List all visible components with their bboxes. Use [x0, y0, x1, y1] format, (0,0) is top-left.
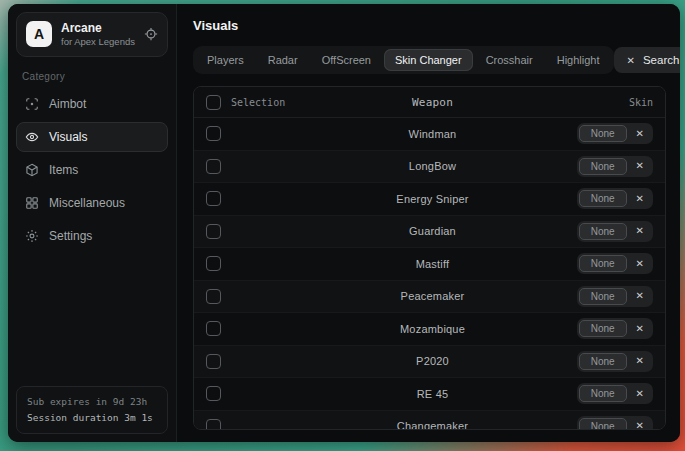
sidebar-item-visuals[interactable]: Visuals — [16, 122, 168, 152]
weapon-name: Mastiff — [324, 258, 541, 270]
skin-value[interactable]: None — [579, 158, 627, 175]
skin-value[interactable]: None — [579, 353, 627, 370]
skin-value[interactable]: None — [579, 385, 627, 402]
sub-expiry-text: Sub expires in 9d 23h — [27, 394, 157, 410]
skin-selector[interactable]: None ✕ — [577, 383, 653, 404]
sidebar-item-aimbot[interactable]: Aimbot — [16, 89, 168, 119]
tab-bar: Players Radar OffScreen Skin Changer Cro… — [193, 46, 614, 74]
skin-value[interactable]: None — [579, 418, 627, 430]
weapon-name: Guardian — [324, 225, 541, 237]
tab-skin-changer[interactable]: Skin Changer — [384, 49, 473, 71]
row-checkbox[interactable] — [206, 126, 221, 141]
skin-value[interactable]: None — [579, 125, 627, 142]
cube-icon — [25, 163, 39, 177]
row-checkbox[interactable] — [206, 159, 221, 174]
table-row: Energy Sniper None ✕ — [194, 183, 665, 216]
skin-table: Selection Weapon Skin Windman None ✕ Lon… — [193, 86, 666, 430]
desktop-background: A Arcane for Apex Legends Category — [0, 0, 685, 451]
gear-icon — [25, 229, 39, 243]
clear-skin-icon[interactable]: ✕ — [636, 421, 644, 430]
clear-skin-icon[interactable]: ✕ — [636, 389, 644, 399]
target-icon[interactable] — [144, 27, 158, 41]
clear-skin-icon[interactable]: ✕ — [636, 129, 644, 139]
session-info: Sub expires in 9d 23h Session duration 3… — [16, 386, 168, 434]
sidebar: A Arcane for Apex Legends Category — [8, 4, 177, 442]
crosshair-icon — [25, 97, 39, 111]
table-row: Changemaker None ✕ — [194, 411, 665, 431]
table-row: Guardian None ✕ — [194, 216, 665, 249]
weapon-name: Peacemaker — [324, 290, 541, 302]
eye-icon — [25, 130, 39, 144]
app-window: A Arcane for Apex Legends Category — [8, 4, 680, 442]
skin-selector[interactable]: None ✕ — [577, 286, 653, 307]
table-row: P2020 None ✕ — [194, 346, 665, 379]
row-checkbox[interactable] — [206, 224, 221, 239]
grid-icon — [25, 196, 39, 210]
sidebar-item-miscellaneous[interactable]: Miscellaneous — [16, 188, 168, 218]
row-checkbox[interactable] — [206, 386, 221, 401]
tab-offscreen[interactable]: OffScreen — [311, 49, 382, 71]
skin-selector[interactable]: None ✕ — [577, 221, 653, 242]
search-button[interactable]: ✕ Search — [614, 47, 680, 73]
clear-skin-icon[interactable]: ✕ — [636, 291, 644, 301]
skin-value[interactable]: None — [579, 255, 627, 272]
skin-selector[interactable]: None ✕ — [577, 253, 653, 274]
sidebar-item-label: Miscellaneous — [49, 196, 125, 210]
table-row: Mozambique None ✕ — [194, 313, 665, 346]
weapon-name: Changemaker — [324, 420, 541, 430]
row-checkbox[interactable] — [206, 354, 221, 369]
clear-skin-icon[interactable]: ✕ — [636, 324, 644, 334]
clear-skin-icon[interactable]: ✕ — [636, 161, 644, 171]
sidebar-item-label: Settings — [49, 229, 92, 243]
clear-skin-icon[interactable]: ✕ — [636, 226, 644, 236]
row-checkbox[interactable] — [206, 321, 221, 336]
row-checkbox[interactable] — [206, 419, 221, 430]
toolbar: Players Radar OffScreen Skin Changer Cro… — [193, 46, 666, 74]
clear-skin-icon[interactable]: ✕ — [636, 194, 644, 204]
app-subtitle: for Apex Legends — [61, 36, 135, 48]
tab-crosshair[interactable]: Crosshair — [475, 49, 544, 71]
sidebar-item-label: Visuals — [49, 130, 87, 144]
sidebar-item-label: Aimbot — [49, 97, 86, 111]
sidebar-nav: Aimbot Visuals — [8, 89, 176, 251]
sidebar-item-items[interactable]: Items — [16, 155, 168, 185]
weapon-name: Mozambique — [324, 323, 541, 335]
category-label: Category — [22, 71, 162, 82]
sidebar-item-label: Items — [49, 163, 78, 177]
table-row: Mastiff None ✕ — [194, 248, 665, 281]
skin-value[interactable]: None — [579, 190, 627, 207]
table-header: Selection Weapon Skin — [194, 87, 665, 118]
skin-selector[interactable]: None ✕ — [577, 123, 653, 144]
select-all-checkbox[interactable] — [206, 95, 221, 110]
weapon-name: RE 45 — [324, 388, 541, 400]
app-name: Arcane — [61, 21, 135, 36]
brand-text: Arcane for Apex Legends — [61, 21, 135, 48]
clear-skin-icon[interactable]: ✕ — [636, 356, 644, 366]
skin-value[interactable]: None — [579, 223, 627, 240]
table-row: LongBow None ✕ — [194, 151, 665, 184]
weapon-name: P2020 — [324, 355, 541, 367]
header-skin: Skin — [541, 97, 653, 108]
clear-skin-icon[interactable]: ✕ — [636, 259, 644, 269]
skin-value[interactable]: None — [579, 288, 627, 305]
search-icon: ✕ — [627, 55, 635, 66]
row-checkbox[interactable] — [206, 256, 221, 271]
skin-selector[interactable]: None ✕ — [577, 188, 653, 209]
skin-value[interactable]: None — [579, 320, 627, 337]
weapon-name: Windman — [324, 128, 541, 140]
brand-card: A Arcane for Apex Legends — [16, 12, 168, 57]
skin-selector[interactable]: None ✕ — [577, 416, 653, 430]
row-checkbox[interactable] — [206, 289, 221, 304]
header-weapon: Weapon — [324, 96, 541, 109]
row-checkbox[interactable] — [206, 191, 221, 206]
skin-selector[interactable]: None ✕ — [577, 318, 653, 339]
session-duration-text: Session duration 3m 1s — [27, 410, 157, 426]
skin-selector[interactable]: None ✕ — [577, 351, 653, 372]
tab-radar[interactable]: Radar — [257, 49, 309, 71]
sidebar-item-settings[interactable]: Settings — [16, 221, 168, 251]
table-row: Peacemaker None ✕ — [194, 281, 665, 314]
tab-highlight[interactable]: Highlight — [546, 49, 611, 71]
search-button-label: Search — [643, 54, 679, 66]
skin-selector[interactable]: None ✕ — [577, 156, 653, 177]
tab-players[interactable]: Players — [196, 49, 255, 71]
